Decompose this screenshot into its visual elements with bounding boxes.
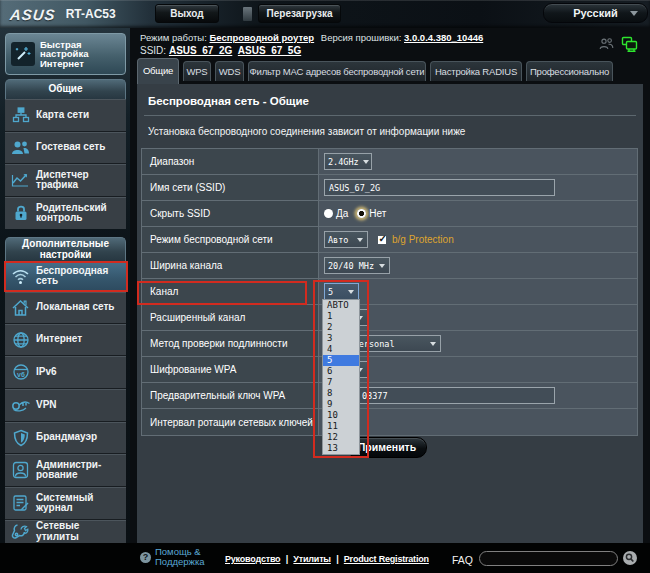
logout-button[interactable]: Выход (155, 4, 219, 23)
sidebar-item-wireless[interactable]: Беспроводная сеть (5, 261, 126, 291)
firmware-link[interactable]: 3.0.0.4.380_10446 (404, 32, 483, 43)
help-support-link[interactable]: Помощь & Поддержка (155, 547, 217, 567)
row-label: Диапазон (142, 149, 319, 174)
home-icon (5, 299, 36, 317)
select-arrow-icon (363, 160, 369, 164)
channel-option[interactable]: 11 (323, 421, 359, 432)
channel-option[interactable]: 4 (323, 344, 359, 355)
topbar-separator (243, 7, 252, 21)
sidebar-item-wan[interactable]: Интернет (5, 323, 126, 355)
sidebar-item-quick-setup[interactable]: Быстрая настройка Интернет (5, 33, 126, 75)
sidebar-item-label: Карта сети (36, 110, 122, 121)
language-label: Русский (573, 7, 617, 19)
tab-wps[interactable]: WPS (183, 61, 211, 81)
channel-select[interactable]: 5 (324, 283, 359, 300)
channel-option[interactable]: 10 (323, 410, 359, 421)
mode-label: Режим работы: (140, 32, 207, 43)
asus-logo: ASUS (9, 6, 56, 23)
table-row-channel: Канал 5 (142, 279, 637, 305)
model-name: RT-AC53 (66, 7, 116, 21)
channel-option[interactable]: 8 (323, 388, 359, 399)
lock-icon (5, 204, 36, 222)
sidebar-item-label: Брандмауэр (36, 432, 122, 443)
channel-dropdown-list: АВТО 1 2 3 4 5 6 7 8 9 10 11 12 13 (322, 299, 360, 455)
sidebar-item-label: Родительский контроль (36, 203, 122, 224)
row-label: Метод проверки подлинности (142, 331, 319, 356)
ssid-2g-link[interactable]: ASUS_67_2G (169, 45, 232, 56)
band-select[interactable]: 2.4GHz (324, 153, 372, 170)
sidebar-item-firewall[interactable]: Брандмауэр (5, 421, 126, 453)
sidebar-item-parental-control[interactable]: Родительский контроль (5, 196, 126, 229)
tab-bar: Общие WPS WDS Фильтр MAC адресов беспров… (137, 56, 613, 84)
manual-link[interactable]: Руководство (225, 554, 280, 564)
ssid-input[interactable] (324, 179, 555, 196)
hide-ssid-no-radio[interactable] (357, 209, 366, 218)
channel-option[interactable]: 2 (323, 322, 359, 333)
channel-option[interactable]: 6 (323, 366, 359, 377)
lan-status-icon[interactable] (621, 36, 638, 56)
channel-width-select[interactable]: 20/40 MHz (324, 257, 390, 274)
tab-wds[interactable]: WDS (215, 61, 244, 81)
sidebar-item-administration[interactable]: Администри-рование (5, 453, 126, 486)
vpn-key-icon (5, 397, 36, 413)
sidebar-item-lan[interactable]: Локальная сеть (5, 291, 126, 323)
hide-ssid-yes-radio[interactable] (324, 209, 333, 218)
brand: ASUS RT-AC53 (10, 0, 116, 28)
tab-mac-filter[interactable]: Фильтр MAC адресов беспроводной сети (248, 61, 426, 81)
channel-option[interactable]: 3 (323, 333, 359, 344)
status-icons (599, 36, 638, 56)
tab-radius[interactable]: Настройка RADIUS (430, 61, 522, 81)
select-arrow-icon (357, 238, 363, 242)
language-select[interactable]: Русский (543, 3, 648, 23)
row-label: Имя сети (SSID) (142, 175, 319, 200)
tab-general[interactable]: Общие (137, 58, 179, 84)
select-arrow-icon (430, 342, 436, 346)
ssid-label: SSID: (140, 45, 166, 56)
admin-user-icon (5, 461, 36, 479)
sidebar-item-ipv6[interactable]: v6 IPv6 (5, 355, 126, 388)
globe-icon (5, 331, 36, 349)
product-registration-link[interactable]: Product Registration (344, 554, 429, 564)
table-row-hide-ssid: Скрыть SSID Да Нет (142, 201, 637, 227)
channel-option[interactable]: 9 (323, 399, 359, 410)
sidebar-item-system-log[interactable]: Системный журнал (5, 486, 126, 519)
radio-label-yes: Да (336, 208, 348, 219)
table-row-extension-channel: Расширенный канал (142, 305, 637, 331)
select-arrow-icon (348, 290, 354, 294)
router-admin-page: ASUS RT-AC53 Выход Перезагрузка Русский … (0, 0, 650, 573)
sidebar-section-advanced: Дополнительные настройки Беспроводная се… (5, 237, 126, 543)
sidebar-item-guest-network[interactable]: Гостевая сеть (5, 131, 126, 163)
footer: ? Помощь & Поддержка Руководство | Утили… (0, 543, 650, 573)
sidebar-item-label: Диспетчер трафика (36, 170, 122, 191)
page-title: Беспроводная сеть - Общие (148, 95, 309, 107)
wireless-mode-select[interactable]: Авто (324, 231, 368, 248)
sidebar-item-traffic-manager[interactable]: Диспетчер трафика (5, 163, 126, 196)
utilities-link[interactable]: Утилиты (293, 554, 330, 564)
search-icon[interactable] (622, 550, 638, 566)
page-description: Установка беспроводного соединения завис… (148, 126, 465, 137)
sidebar-item-label: Гостевая сеть (36, 142, 122, 153)
sidebar-item-network-tools[interactable]: Сетевые утилиты (5, 519, 126, 543)
select-arrow-icon (379, 264, 385, 268)
tab-professional[interactable]: Профессионально (526, 61, 613, 81)
firmware-label: Версия прошивки: (321, 32, 402, 43)
ssid-5g-link[interactable]: ASUS_67_5G (238, 45, 301, 56)
sidebar-item-network-map[interactable]: Карта сети (5, 99, 126, 131)
faq-search-input[interactable] (479, 551, 618, 566)
channel-option[interactable]: 12 (323, 432, 359, 443)
mode-link[interactable]: Беспроводной роутер (209, 32, 314, 43)
bg-protection-checkbox[interactable] (377, 235, 387, 245)
traffic-chart-icon (5, 171, 36, 189)
sidebar-item-vpn[interactable]: VPN (5, 388, 126, 421)
channel-option-selected[interactable]: 5 (323, 355, 359, 366)
ipv6-globe-icon: v6 (5, 363, 36, 381)
help-question-icon: ? (140, 552, 151, 563)
channel-option[interactable]: 13 (323, 443, 359, 454)
reboot-button[interactable]: Перезагрузка (258, 4, 341, 23)
channel-option[interactable]: АВТО (323, 300, 359, 311)
channel-option[interactable]: 1 (323, 311, 359, 322)
sidebar: Быстрая настройка Интернет Общие Карта с… (0, 28, 130, 543)
channel-option[interactable]: 7 (323, 377, 359, 388)
clients-icon[interactable] (599, 37, 614, 55)
row-label: Интервал ротации сетевых ключей (142, 409, 319, 435)
